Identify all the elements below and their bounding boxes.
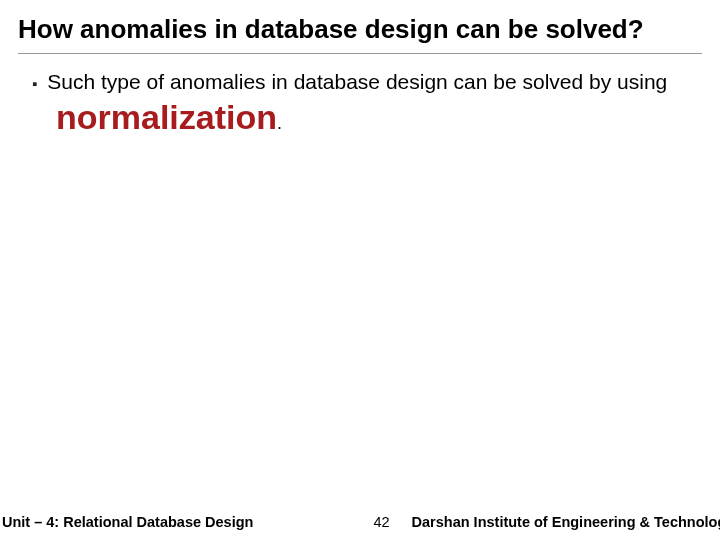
slide-footer: Unit – 4: Relational Database Design 42 … bbox=[0, 510, 720, 540]
bullet-text: Such type of anomalies in database desig… bbox=[47, 68, 667, 96]
slide-title: How anomalies in database design can be … bbox=[18, 14, 702, 54]
footer-unit-label: Unit – 4: Relational Database Design bbox=[2, 514, 253, 530]
bullet-continuation: normalization. bbox=[32, 98, 702, 137]
bullet-marker-icon: ▪ bbox=[32, 72, 37, 96]
footer-page-number: 42 bbox=[373, 514, 389, 530]
slide: How anomalies in database design can be … bbox=[0, 0, 720, 540]
period: . bbox=[277, 113, 282, 133]
highlight-term: normalization bbox=[56, 98, 277, 136]
footer-institute: Darshan Institute of Engineering & Techn… bbox=[412, 514, 720, 530]
bullet-item: ▪ Such type of anomalies in database des… bbox=[32, 68, 702, 96]
slide-content: ▪ Such type of anomalies in database des… bbox=[18, 54, 702, 137]
